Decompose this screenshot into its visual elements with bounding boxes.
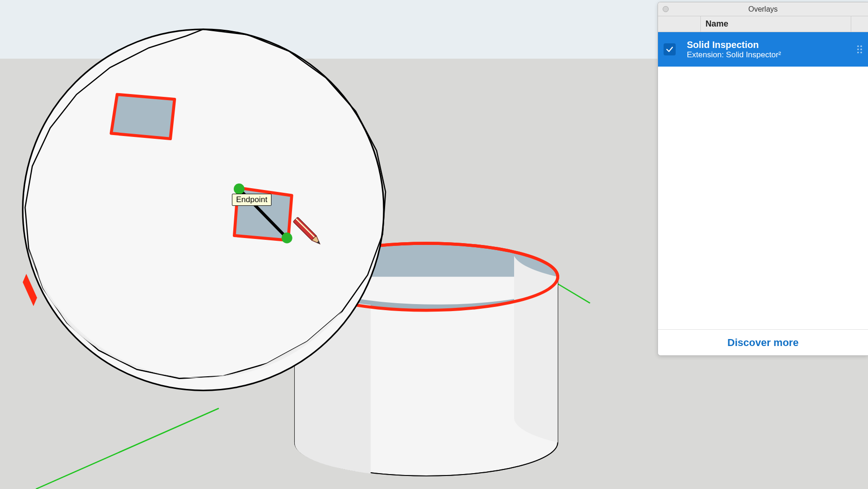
panel-footer: Discover more	[658, 329, 868, 355]
svg-point-14	[861, 45, 862, 47]
column-name[interactable]: Name	[701, 16, 851, 32]
snap-tooltip: Endpoint	[232, 194, 271, 206]
svg-point-18	[861, 52, 862, 54]
panel-titlebar[interactable]: Overlays	[658, 2, 868, 16]
panel-column-headers: Name	[658, 16, 868, 32]
svg-point-8	[282, 232, 292, 243]
panel-title: Overlays	[658, 5, 868, 14]
svg-point-13	[857, 45, 859, 47]
drag-dots-icon	[856, 45, 863, 54]
overlay-text: Solid Inspection Extension: Solid Inspec…	[681, 39, 851, 60]
column-drag	[851, 16, 868, 32]
snap-tooltip-text: Endpoint	[236, 195, 267, 204]
svg-point-4	[23, 29, 384, 390]
overlay-checkbox[interactable]	[664, 43, 676, 55]
overlay-subtitle: Extension: Solid Inspector²	[687, 50, 851, 60]
panel-close-button[interactable]	[663, 6, 669, 12]
overlays-list[interactable]: Solid Inspection Extension: Solid Inspec…	[658, 32, 868, 329]
overlay-name: Solid Inspection	[687, 39, 851, 50]
svg-point-17	[857, 52, 859, 54]
svg-point-16	[861, 48, 862, 50]
check-icon	[665, 45, 674, 54]
svg-point-15	[857, 48, 859, 50]
discover-more-link[interactable]: Discover more	[727, 337, 799, 349]
column-checkbox[interactable]	[658, 16, 701, 32]
svg-line-1	[36, 408, 219, 489]
overlay-row-solid-inspection[interactable]: Solid Inspection Extension: Solid Inspec…	[658, 32, 868, 67]
overlays-panel: Overlays Name Solid Inspection Extension…	[658, 2, 868, 356]
svg-point-7	[234, 183, 244, 194]
overlay-drag-handle[interactable]	[851, 45, 868, 54]
